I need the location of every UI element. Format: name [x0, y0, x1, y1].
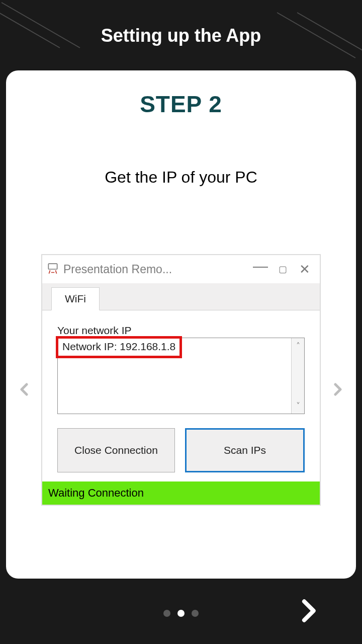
close-connection-button: Close Connection	[57, 428, 175, 472]
page-dot-3	[192, 610, 199, 617]
scrollbar: ˄ ˅	[291, 338, 304, 414]
step-instruction: Get the IP of your PC	[16, 168, 346, 187]
tab-strip: WiFi	[42, 283, 320, 310]
close-icon: ✕	[294, 262, 316, 277]
app-icon	[46, 263, 59, 276]
pc-app-screenshot: Presentation Remo... — ▢ ✕ WiFi Your net…	[41, 254, 321, 506]
maximize-icon: ▢	[272, 264, 294, 275]
next-button[interactable]	[294, 597, 322, 627]
next-slide-button[interactable]	[323, 372, 353, 410]
prev-slide-button[interactable]	[9, 372, 39, 410]
window-body: Your network IP Network IP: 192.168.1.8 …	[42, 310, 320, 481]
page-dot-1	[163, 610, 170, 617]
tab-wifi: WiFi	[51, 287, 100, 310]
network-ip-label: Your network IP	[57, 325, 305, 337]
scroll-down-icon: ˅	[296, 401, 300, 411]
scroll-up-icon: ˄	[296, 341, 300, 351]
scan-ips-button: Scan IPs	[185, 428, 305, 472]
ip-listbox: Network IP: 192.168.1.8 ˄ ˅	[57, 338, 305, 414]
status-bar: Waiting Connection	[42, 481, 320, 505]
window-titlebar: Presentation Remo... — ▢ ✕	[42, 255, 320, 283]
network-ip-value: Network IP: 192.168.1.8	[56, 336, 182, 358]
page-title: Setting up the App	[0, 0, 362, 46]
page-dot-2	[177, 610, 185, 617]
window-title: Presentation Remo...	[63, 263, 249, 276]
step-title: STEP 2	[16, 91, 346, 118]
svg-rect-0	[48, 264, 57, 269]
minimize-icon: —	[249, 258, 272, 275]
